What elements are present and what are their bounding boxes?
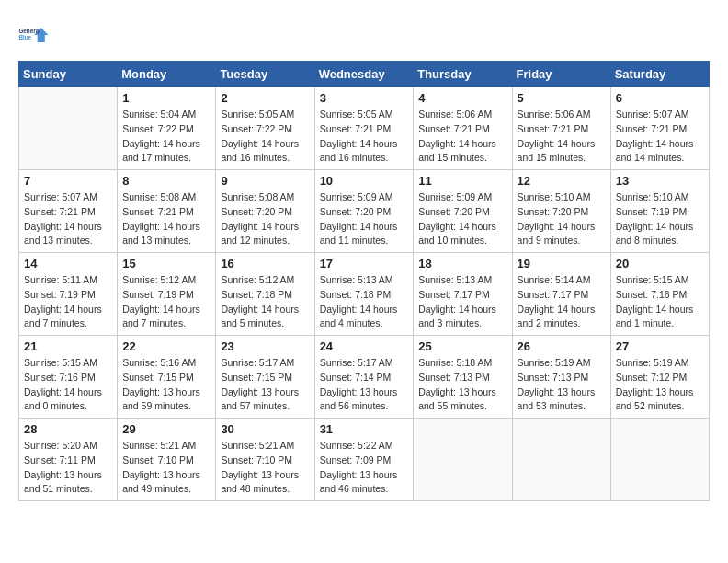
logo-icon: GeneralBlue	[18, 18, 51, 52]
calendar-cell: 27Sunrise: 5:19 AMSunset: 7:12 PMDayligh…	[610, 336, 709, 419]
calendar-cell: 10Sunrise: 5:09 AMSunset: 7:20 PMDayligh…	[314, 170, 414, 253]
day-number: 2	[221, 91, 309, 105]
week-row-2: 7Sunrise: 5:07 AMSunset: 7:21 PMDaylight…	[19, 170, 710, 253]
weekday-header-monday: Monday	[118, 62, 216, 87]
day-number: 10	[320, 174, 409, 188]
day-info: Sunrise: 5:06 AMSunset: 7:21 PMDaylight:…	[418, 108, 506, 166]
week-row-5: 28Sunrise: 5:20 AMSunset: 7:11 PMDayligh…	[19, 419, 710, 501]
calendar-cell	[19, 87, 118, 170]
day-number: 13	[616, 174, 704, 188]
calendar-cell: 19Sunrise: 5:14 AMSunset: 7:17 PMDayligh…	[512, 253, 610, 336]
day-info: Sunrise: 5:12 AMSunset: 7:18 PMDaylight:…	[221, 273, 309, 331]
day-number: 21	[24, 339, 112, 353]
calendar-cell: 22Sunrise: 5:16 AMSunset: 7:15 PMDayligh…	[118, 336, 216, 419]
svg-text:General: General	[18, 28, 40, 34]
day-info: Sunrise: 5:09 AMSunset: 7:20 PMDaylight:…	[320, 190, 409, 248]
day-info: Sunrise: 5:21 AMSunset: 7:10 PMDaylight:…	[221, 439, 309, 497]
day-info: Sunrise: 5:11 AMSunset: 7:19 PMDaylight:…	[24, 273, 112, 331]
day-number: 3	[320, 91, 409, 105]
day-info: Sunrise: 5:22 AMSunset: 7:09 PMDaylight:…	[320, 439, 409, 497]
day-number: 1	[122, 91, 210, 105]
day-number: 30	[221, 422, 309, 436]
day-info: Sunrise: 5:15 AMSunset: 7:16 PMDaylight:…	[24, 356, 112, 414]
calendar-cell: 23Sunrise: 5:17 AMSunset: 7:15 PMDayligh…	[216, 336, 314, 419]
day-number: 14	[24, 257, 112, 270]
weekday-header-wednesday: Wednesday	[314, 62, 414, 87]
calendar-cell: 25Sunrise: 5:18 AMSunset: 7:13 PMDayligh…	[414, 336, 512, 419]
calendar-cell: 4Sunrise: 5:06 AMSunset: 7:21 PMDaylight…	[414, 87, 512, 170]
day-info: Sunrise: 5:17 AMSunset: 7:15 PMDaylight:…	[221, 356, 309, 414]
weekday-header-thursday: Thursday	[414, 62, 512, 87]
day-number: 9	[221, 174, 309, 188]
day-info: Sunrise: 5:17 AMSunset: 7:14 PMDaylight:…	[320, 356, 409, 414]
day-info: Sunrise: 5:14 AMSunset: 7:17 PMDaylight:…	[518, 273, 606, 331]
calendar-cell	[512, 419, 610, 501]
day-info: Sunrise: 5:04 AMSunset: 7:22 PMDaylight:…	[122, 108, 210, 166]
day-number: 12	[518, 174, 606, 188]
day-number: 6	[616, 91, 704, 105]
day-number: 8	[122, 174, 210, 188]
svg-text:Blue: Blue	[18, 34, 31, 40]
calendar-cell: 29Sunrise: 5:21 AMSunset: 7:10 PMDayligh…	[118, 419, 216, 501]
day-number: 22	[122, 339, 210, 353]
day-info: Sunrise: 5:13 AMSunset: 7:17 PMDaylight:…	[418, 273, 506, 331]
day-number: 7	[24, 174, 112, 188]
calendar-cell: 15Sunrise: 5:12 AMSunset: 7:19 PMDayligh…	[118, 253, 216, 336]
calendar-cell: 3Sunrise: 5:05 AMSunset: 7:21 PMDaylight…	[314, 87, 414, 170]
calendar-cell	[414, 419, 512, 501]
weekday-header-friday: Friday	[512, 62, 610, 87]
calendar-cell: 21Sunrise: 5:15 AMSunset: 7:16 PMDayligh…	[19, 336, 118, 419]
week-row-4: 21Sunrise: 5:15 AMSunset: 7:16 PMDayligh…	[19, 336, 710, 419]
logo: GeneralBlue	[18, 18, 55, 52]
calendar-cell: 14Sunrise: 5:11 AMSunset: 7:19 PMDayligh…	[19, 253, 118, 336]
day-info: Sunrise: 5:19 AMSunset: 7:12 PMDaylight:…	[616, 356, 704, 414]
calendar-cell: 5Sunrise: 5:06 AMSunset: 7:21 PMDaylight…	[512, 87, 610, 170]
day-info: Sunrise: 5:13 AMSunset: 7:18 PMDaylight:…	[320, 273, 409, 331]
weekday-header-saturday: Saturday	[610, 62, 709, 87]
day-info: Sunrise: 5:05 AMSunset: 7:21 PMDaylight:…	[320, 108, 409, 166]
day-number: 15	[122, 257, 210, 270]
day-number: 31	[320, 422, 409, 436]
day-info: Sunrise: 5:07 AMSunset: 7:21 PMDaylight:…	[616, 108, 704, 166]
day-number: 23	[221, 339, 309, 353]
day-number: 11	[418, 174, 506, 188]
day-info: Sunrise: 5:15 AMSunset: 7:16 PMDaylight:…	[616, 273, 704, 331]
day-number: 4	[418, 91, 506, 105]
day-info: Sunrise: 5:08 AMSunset: 7:20 PMDaylight:…	[221, 190, 309, 248]
calendar-cell: 18Sunrise: 5:13 AMSunset: 7:17 PMDayligh…	[414, 253, 512, 336]
weekday-header-sunday: Sunday	[19, 62, 118, 87]
day-info: Sunrise: 5:09 AMSunset: 7:20 PMDaylight:…	[418, 190, 506, 248]
calendar-cell: 2Sunrise: 5:05 AMSunset: 7:22 PMDaylight…	[216, 87, 314, 170]
day-number: 16	[221, 257, 309, 270]
calendar-table: SundayMondayTuesdayWednesdayThursdayFrid…	[18, 61, 710, 501]
calendar-cell: 13Sunrise: 5:10 AMSunset: 7:19 PMDayligh…	[610, 170, 709, 253]
day-number: 17	[320, 257, 409, 270]
day-info: Sunrise: 5:20 AMSunset: 7:11 PMDaylight:…	[24, 439, 112, 497]
calendar-cell: 28Sunrise: 5:20 AMSunset: 7:11 PMDayligh…	[19, 419, 118, 501]
day-number: 29	[122, 422, 210, 436]
calendar-cell: 17Sunrise: 5:13 AMSunset: 7:18 PMDayligh…	[314, 253, 414, 336]
day-info: Sunrise: 5:10 AMSunset: 7:20 PMDaylight:…	[518, 190, 606, 248]
calendar-cell: 16Sunrise: 5:12 AMSunset: 7:18 PMDayligh…	[216, 253, 314, 336]
calendar-cell: 11Sunrise: 5:09 AMSunset: 7:20 PMDayligh…	[414, 170, 512, 253]
calendar-cell: 12Sunrise: 5:10 AMSunset: 7:20 PMDayligh…	[512, 170, 610, 253]
calendar-cell: 8Sunrise: 5:08 AMSunset: 7:21 PMDaylight…	[118, 170, 216, 253]
calendar-cell: 7Sunrise: 5:07 AMSunset: 7:21 PMDaylight…	[19, 170, 118, 253]
day-number: 28	[24, 422, 112, 436]
day-number: 26	[518, 339, 606, 353]
calendar-cell	[610, 419, 709, 501]
day-number: 20	[616, 257, 704, 270]
page-header: GeneralBlue	[18, 18, 710, 52]
day-number: 24	[320, 339, 409, 353]
day-number: 25	[418, 339, 506, 353]
day-number: 5	[518, 91, 606, 105]
day-number: 27	[616, 339, 704, 353]
weekday-header-tuesday: Tuesday	[216, 62, 314, 87]
day-number: 18	[418, 257, 506, 270]
calendar-cell: 9Sunrise: 5:08 AMSunset: 7:20 PMDaylight…	[216, 170, 314, 253]
calendar-header-row: SundayMondayTuesdayWednesdayThursdayFrid…	[19, 62, 710, 87]
day-number: 19	[518, 257, 606, 270]
calendar-cell: 24Sunrise: 5:17 AMSunset: 7:14 PMDayligh…	[314, 336, 414, 419]
week-row-1: 1Sunrise: 5:04 AMSunset: 7:22 PMDaylight…	[19, 87, 710, 170]
day-info: Sunrise: 5:21 AMSunset: 7:10 PMDaylight:…	[122, 439, 210, 497]
